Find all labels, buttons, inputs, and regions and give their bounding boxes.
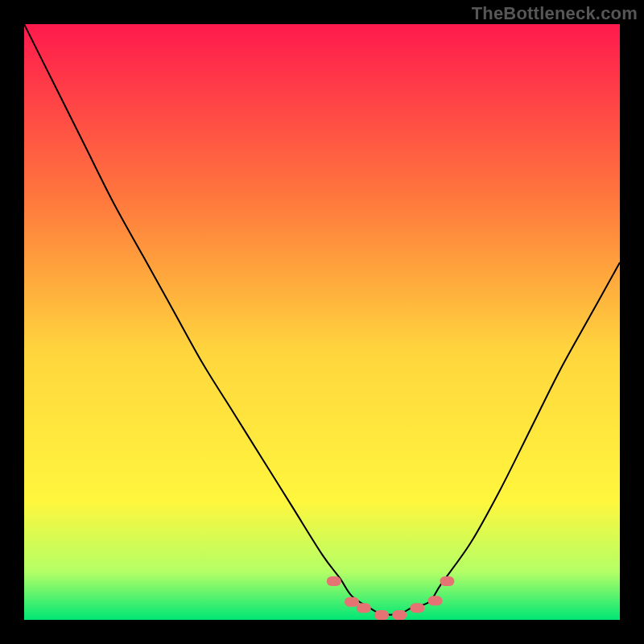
optimal-marker <box>327 576 341 586</box>
watermark-text: TheBottleneck.com <box>472 3 638 24</box>
optimal-marker <box>410 603 424 613</box>
plot-area <box>24 24 620 620</box>
gradient-background <box>24 24 620 620</box>
chart-container: TheBottleneck.com <box>0 0 644 644</box>
optimal-marker <box>345 597 359 607</box>
optimal-marker <box>392 610 407 620</box>
optimal-marker <box>357 603 371 613</box>
optimal-marker <box>428 596 443 605</box>
optimal-marker <box>440 576 454 586</box>
chart-svg <box>24 24 620 620</box>
optimal-marker <box>374 610 389 620</box>
